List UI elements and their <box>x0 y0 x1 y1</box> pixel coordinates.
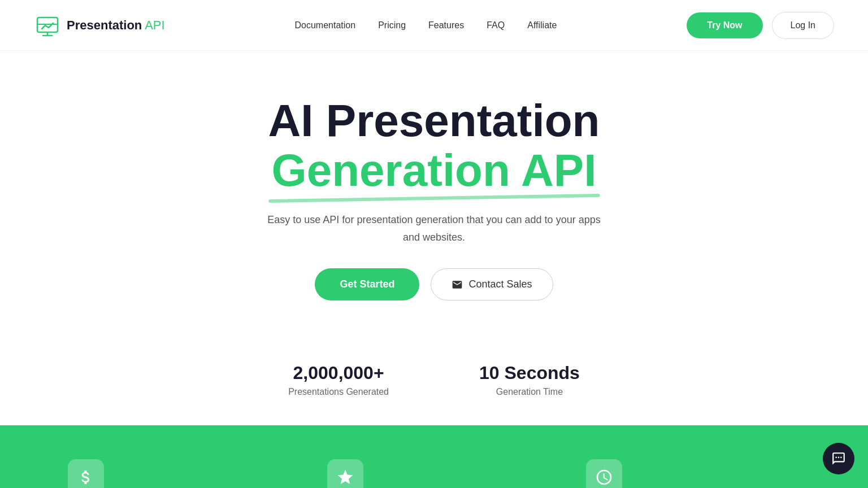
navbar: Presentation API Documentation Pricing F… <box>0 0 868 51</box>
nav-links: Documentation Pricing Features FAQ Affil… <box>295 20 557 30</box>
svg-point-7 <box>840 457 842 459</box>
dollar-icon <box>77 468 95 486</box>
nav-pricing[interactable]: Pricing <box>378 20 406 30</box>
nav-faq[interactable]: FAQ <box>487 20 505 30</box>
svg-point-5 <box>835 457 837 459</box>
feature-blazing-fast: Blazing Fast <box>563 459 823 488</box>
fair-pricing-icon-box <box>68 459 104 488</box>
nav-documentation[interactable]: Documentation <box>295 20 356 30</box>
email-icon <box>452 279 463 290</box>
hero-cta-group: Get Started Contact Sales <box>315 268 553 300</box>
logo-link[interactable]: Presentation API <box>34 12 165 39</box>
stat-generation-time: 10 Seconds Generation Time <box>479 363 580 397</box>
feature-high-quality: High-Quality <box>305 459 564 488</box>
hero-title: AI Presentation Generation API <box>268 96 600 195</box>
stat-label-presentations: Presentations Generated <box>288 387 389 397</box>
hero-title-green: Generation API <box>272 146 597 195</box>
contact-sales-button[interactable]: Contact Sales <box>431 268 553 300</box>
login-button[interactable]: Log In <box>772 12 834 39</box>
nav-affiliate[interactable]: Affiliate <box>527 20 557 30</box>
svg-point-6 <box>838 457 840 459</box>
blazing-fast-icon-box <box>586 459 622 488</box>
stat-number-presentations: 2,000,000+ <box>288 363 389 384</box>
feature-fair-pricing: Fair Pricing <box>45 459 305 488</box>
stat-number-time: 10 Seconds <box>479 363 580 384</box>
chat-button[interactable] <box>823 443 854 474</box>
stats-section: 2,000,000+ Presentations Generated 10 Se… <box>0 334 868 425</box>
stat-presentations: 2,000,000+ Presentations Generated <box>288 363 389 397</box>
navbar-actions: Try Now Log In <box>687 12 834 39</box>
stat-label-time: Generation Time <box>479 387 580 397</box>
high-quality-icon-box <box>327 459 363 488</box>
hero-subtitle: Easy to use API for presentation generat… <box>264 211 604 246</box>
nav-features[interactable]: Features <box>428 20 464 30</box>
logo-icon <box>34 12 61 39</box>
hero-section: AI Presentation Generation API Easy to u… <box>0 51 868 334</box>
chat-icon <box>831 451 846 466</box>
clock-icon <box>595 468 613 486</box>
get-started-button[interactable]: Get Started <box>315 268 419 300</box>
star-icon <box>336 468 354 486</box>
try-now-button[interactable]: Try Now <box>687 12 762 38</box>
logo-text: Presentation API <box>67 18 165 33</box>
features-section: Fair Pricing High-Quality Blazing Fast <box>0 425 868 488</box>
